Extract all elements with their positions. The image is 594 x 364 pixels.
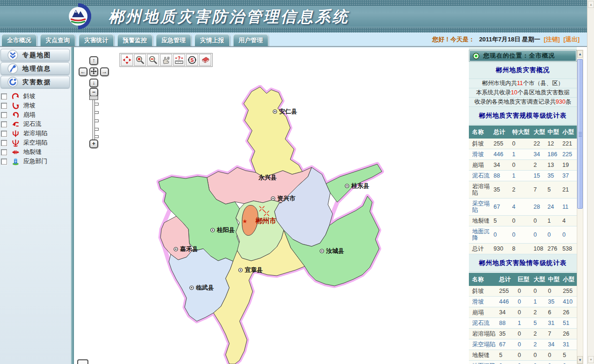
layer-checkbox[interactable] bbox=[1, 140, 7, 146]
table-cell: 255 bbox=[562, 286, 577, 297]
district-anren bbox=[244, 87, 302, 177]
table-cell: 0 bbox=[533, 286, 547, 297]
table-cell: 采空塌陷 bbox=[469, 339, 499, 350]
table-row: 采空塌陷67023431 bbox=[469, 339, 577, 350]
table-cell: 446 bbox=[493, 149, 512, 160]
exit-link[interactable]: [退出] bbox=[563, 36, 580, 43]
table-cell: 0 bbox=[499, 361, 517, 364]
map-corner-button[interactable] bbox=[77, 359, 88, 364]
district-label[interactable]: 桂阳县 bbox=[216, 226, 235, 233]
sidebar-section-1[interactable]: 专题地图 bbox=[0, 49, 70, 61]
layer-checkbox[interactable] bbox=[1, 112, 7, 118]
table-row: 泥石流88153151 bbox=[469, 318, 577, 329]
debris-flow-icon bbox=[12, 120, 20, 128]
table-cell: 35 bbox=[547, 171, 562, 181]
table-cell: 88 bbox=[493, 171, 512, 181]
nav-tab-4[interactable]: 预警监控 bbox=[117, 34, 153, 46]
map-area[interactable]: ↑ ← → ↓ − + ?S bbox=[74, 47, 469, 364]
layer-checkbox[interactable] bbox=[1, 131, 7, 137]
table-row: 地裂缝50014 bbox=[469, 216, 577, 226]
sidebar-section-3[interactable]: 灾害数据 bbox=[0, 76, 70, 88]
panel-scroll-thumb[interactable] bbox=[577, 59, 583, 209]
panel-scrollbar[interactable]: ▲ ▼ bbox=[577, 50, 583, 364]
logout-link[interactable]: [注销] bbox=[544, 36, 560, 43]
pan-center-button[interactable] bbox=[89, 67, 98, 76]
nav-tab-3[interactable]: 灾害统计 bbox=[79, 34, 114, 46]
district-label[interactable]: 郴州市 bbox=[255, 217, 276, 225]
location-bar: 您现在的位置：全市概况 bbox=[469, 50, 576, 61]
city-star-marker: ★ bbox=[242, 218, 247, 225]
district-label[interactable]: 宜章县 bbox=[245, 266, 263, 273]
map-toolbar: ?S bbox=[120, 53, 213, 67]
table-cell: 0 bbox=[512, 226, 533, 244]
table-cell: 255 bbox=[493, 139, 512, 149]
table-cell: 0 bbox=[517, 339, 533, 350]
layer-label: 滑坡 bbox=[23, 101, 35, 110]
layer-checkbox[interactable] bbox=[1, 121, 7, 127]
table-cell: 31 bbox=[562, 339, 577, 350]
header-banner: 郴州地质灾害防治管理信息系统 bbox=[0, 0, 587, 33]
nav-tab-7[interactable]: 用户管理 bbox=[233, 34, 268, 46]
table-cell: 0 bbox=[547, 226, 562, 244]
pan-down-button[interactable]: ↓ bbox=[89, 79, 98, 87]
layer-label: 岩溶塌陷 bbox=[23, 129, 47, 138]
table-cell: 0 bbox=[533, 350, 547, 361]
table-cell: 0 bbox=[533, 226, 547, 244]
zoom-out-tool-button[interactable] bbox=[147, 54, 159, 66]
district-label[interactable]: 永兴县 bbox=[258, 174, 277, 181]
sidebar-splitter[interactable] bbox=[71, 47, 74, 364]
table-cell: 岩溶塌陷 bbox=[469, 329, 499, 339]
measure-tool-button[interactable]: ? bbox=[173, 54, 185, 66]
scale-tool-button[interactable]: S bbox=[186, 54, 198, 66]
layer-row-4: 泥石流 bbox=[1, 119, 71, 129]
layer-checkbox[interactable] bbox=[1, 159, 7, 165]
pan-right-button[interactable]: → bbox=[100, 67, 109, 76]
panel-content: 您现在的位置：全市概况 郴州地质灾害概况 郴州市境内共11个市（县、区）本系统共… bbox=[469, 47, 577, 364]
page-scroll-up-arrow[interactable]: ▲ bbox=[588, 1, 594, 8]
district-label[interactable]: 嘉禾县 bbox=[180, 245, 198, 252]
table-cell: 34 bbox=[533, 149, 547, 160]
table-cell: 538 bbox=[562, 244, 577, 254]
page-scrollbar[interactable]: ▲ ▼ bbox=[587, 0, 594, 364]
district-map[interactable]: 安仁县永兴县资兴市桂东县★郴州市桂阳县嘉禾县汝城县宜章县临武县 bbox=[144, 85, 469, 364]
zoom-slider-thumb[interactable] bbox=[89, 96, 98, 100]
layer-checkbox[interactable] bbox=[1, 103, 7, 109]
layer-checkbox[interactable] bbox=[1, 149, 7, 155]
app-title: 郴州地质灾害防治管理信息系统 bbox=[108, 7, 434, 27]
page-scroll-down-arrow[interactable]: ▼ bbox=[588, 356, 594, 363]
sidebar-section-2[interactable]: 地理信息 bbox=[0, 62, 70, 75]
district-label[interactable]: 桂东县 bbox=[351, 182, 369, 189]
select-tool-button[interactable] bbox=[160, 54, 172, 66]
table-cell: 19 bbox=[562, 160, 577, 171]
collapse-icon bbox=[12, 111, 20, 119]
zoom-in-step-button[interactable]: + bbox=[89, 139, 98, 148]
zoom-in-tool-button[interactable] bbox=[134, 54, 146, 66]
nav-tab-2[interactable]: 灾点查询 bbox=[40, 34, 75, 46]
clear-tool-button[interactable] bbox=[199, 54, 211, 66]
district-label[interactable]: 安仁县 bbox=[279, 108, 297, 115]
nav-tab-1[interactable]: 全市概况 bbox=[1, 34, 37, 46]
panel-scroll-up-arrow[interactable]: ▲ bbox=[577, 50, 583, 58]
table-cell: 4 bbox=[562, 216, 577, 226]
layer-checkbox[interactable] bbox=[1, 93, 7, 99]
table-cell: 34 bbox=[493, 160, 512, 171]
district-label[interactable]: 资兴市 bbox=[277, 195, 295, 202]
table-cell: 24 bbox=[547, 199, 562, 216]
nav-tab-5[interactable]: 应急管理 bbox=[156, 34, 191, 46]
column-header: 名称 bbox=[469, 273, 499, 286]
table-cell: 0 bbox=[547, 361, 562, 364]
district-label[interactable]: 汝城县 bbox=[326, 247, 344, 254]
table-cell: 2 bbox=[533, 339, 547, 350]
layer-label: 地裂缝 bbox=[23, 148, 41, 156]
column-header: 总计 bbox=[499, 273, 517, 286]
district-label[interactable]: 临武县 bbox=[196, 284, 214, 291]
panel-scroll-down-arrow[interactable]: ▼ bbox=[577, 356, 583, 364]
svg-text:S: S bbox=[190, 57, 194, 63]
pan-left-button[interactable]: ← bbox=[79, 67, 87, 76]
table-row: 总计9308108276538 bbox=[469, 244, 577, 254]
table-row: 泥石流881153537 bbox=[469, 171, 577, 181]
pan-up-button[interactable]: ↑ bbox=[89, 56, 98, 65]
table-cell: 5 bbox=[562, 350, 577, 361]
pan-tool-button[interactable] bbox=[121, 54, 133, 66]
nav-tab-6[interactable]: 灾情上报 bbox=[194, 34, 230, 46]
